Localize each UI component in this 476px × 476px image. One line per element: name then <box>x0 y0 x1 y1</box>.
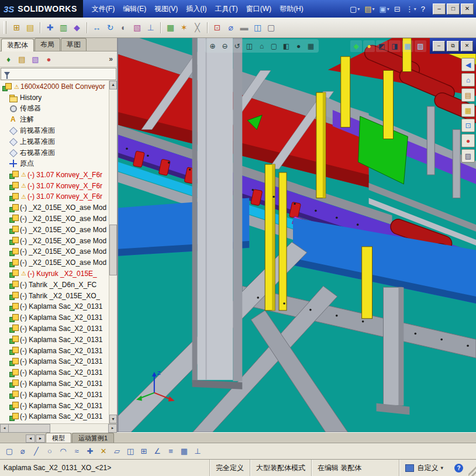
display-style-icon[interactable]: ▢ <box>268 40 280 51</box>
menu-item[interactable]: 文件(F) <box>88 3 119 15</box>
task-pane-expand-icon[interactable]: ◀ <box>461 58 475 71</box>
mate-icon[interactable]: ✚ <box>43 21 57 35</box>
save-icon[interactable]: ▣ ▾ <box>377 2 392 15</box>
panel-tab[interactable]: 草图 <box>61 38 87 51</box>
tab-scroll-right-icon[interactable]: ▸ <box>36 434 45 443</box>
component-filter[interactable] <box>1 68 116 80</box>
camera-icon[interactable]: ▨ <box>415 40 426 52</box>
displaymanager-icon[interactable]: ● <box>42 53 56 65</box>
custom-dropdown[interactable]: 自定义 ▾ <box>399 460 449 476</box>
bill-of-materials-icon[interactable]: ▦ <box>164 21 177 35</box>
tree-item[interactable]: 1600x42000 Belt Conveyor <box>0 81 109 92</box>
tree-item[interactable]: (-) Kaplama Sac_X2_0131 <box>0 367 109 378</box>
tab-scroll-left-icon[interactable]: ◂ <box>26 434 35 443</box>
apply-scene-icon[interactable]: ◆ <box>350 40 362 52</box>
resize-grip[interactable] <box>468 460 476 476</box>
smart-fasteners-icon[interactable]: ◆ <box>70 21 84 35</box>
featuremanager-tree-icon[interactable]: ♦ <box>2 53 15 65</box>
grid-icon[interactable]: ▦ <box>178 445 191 458</box>
show-hidden-icon[interactable]: ◐ <box>117 21 130 35</box>
scroll-up-icon[interactable] <box>109 81 117 89</box>
tree-item[interactable]: (-) _X2_015E_XO_ase Mod <box>0 224 109 235</box>
propertymanager-icon[interactable]: ▤ <box>15 53 29 65</box>
tree-item[interactable]: (-) Tahrik _X2_015E_XO_ <box>0 290 109 301</box>
tree-item[interactable]: (-) Kuyruk _X2_015E_ <box>0 268 109 280</box>
pattern-icon[interactable]: ⊞ <box>137 445 150 458</box>
menu-item[interactable]: 编辑(E) <box>119 3 150 15</box>
custom-properties-icon[interactable]: ▨ <box>461 149 475 163</box>
realview-icon[interactable]: ● <box>363 40 375 52</box>
tree-item[interactable]: (-) _X2_015E_XO_ase Mod <box>0 202 109 213</box>
view-settings-icon[interactable]: ▢ <box>264 21 278 35</box>
explode-line-icon[interactable]: ╳ <box>191 21 204 35</box>
close-button[interactable]: ✕ <box>461 4 474 15</box>
toolbar-grip[interactable] <box>4 21 6 34</box>
perspective-icon[interactable]: ▦ <box>402 40 413 52</box>
menu-item[interactable]: 插入(I) <box>182 3 211 15</box>
options-icon[interactable]: ⋮ ▾ <box>403 2 419 15</box>
tree-vertical-scrollbar[interactable] <box>109 81 117 423</box>
select-icon[interactable]: ▢ <box>3 445 16 458</box>
section-view-icon[interactable]: ◫ <box>244 40 255 51</box>
rotate-component-icon[interactable]: ↻ <box>104 21 117 35</box>
design-library-icon[interactable]: ▤ <box>461 88 475 102</box>
scroll-right-icon[interactable]: ▸ <box>108 424 117 433</box>
tree-item[interactable]: 注解 <box>0 114 109 125</box>
tree-item[interactable]: (-) Kaplama Sac_X2_0131 <box>0 378 109 389</box>
tree-item[interactable]: (-) _X2_015E_XO_ase Mod <box>0 213 109 225</box>
scroll-thumb[interactable] <box>109 225 117 275</box>
menu-item[interactable]: 工具(T) <box>211 3 242 15</box>
section-view-icon[interactable]: ◫ <box>251 21 264 35</box>
view-palette-icon[interactable]: ⊡ <box>461 119 475 132</box>
tree-item[interactable]: 前视基准面 <box>0 125 109 136</box>
measure-icon[interactable]: ⌀ <box>224 21 237 35</box>
tree-item[interactable]: History <box>0 92 109 104</box>
tree-item[interactable]: 右视基准面 <box>0 147 109 158</box>
open-part-icon[interactable]: ▤ <box>23 21 37 35</box>
doc-close-button[interactable]: ✕ <box>461 41 473 51</box>
new-document-icon[interactable]: ▢ ▾ <box>347 2 362 15</box>
scroll-down-icon[interactable] <box>109 415 117 423</box>
panel-tab[interactable]: 装配体 <box>1 39 34 51</box>
relations-icon[interactable]: ≡ <box>164 445 177 458</box>
document-tab[interactable]: 模型 <box>46 433 71 443</box>
tree-item[interactable]: (-) _X2_015E_XO_ase Mod <box>0 246 109 257</box>
scroll-thumb[interactable] <box>8 424 50 433</box>
maximize-button[interactable]: □ <box>447 4 460 15</box>
menu-item[interactable]: 帮助(H) <box>275 3 308 15</box>
document-tab[interactable]: 运动算例1 <box>72 433 114 443</box>
shadows-icon[interactable]: ◩ <box>376 40 388 52</box>
angle-icon[interactable]: ∠ <box>151 445 164 458</box>
ambient-occlusion-icon[interactable]: ◨ <box>389 40 401 52</box>
view-orientation-icon[interactable]: ⌂ <box>256 40 267 51</box>
scroll-left-icon[interactable]: ◂ <box>0 424 9 433</box>
print-icon[interactable]: ⊟ <box>392 2 403 15</box>
tree-item[interactable]: (-) Kaplama Sac_X2_0131 <box>0 334 109 345</box>
minimize-button[interactable]: – <box>433 4 446 15</box>
tree-item[interactable]: (-) Kaplama Sac_X2_0131 <box>0 411 109 422</box>
scene-icon[interactable]: ▦ <box>305 40 316 51</box>
tree-item[interactable]: (-) Kaplama Sac_X2_0131 <box>0 301 109 312</box>
panel-tab[interactable]: 布局 <box>35 38 60 51</box>
tree-item[interactable]: 上视基准面 <box>0 136 109 147</box>
resources-icon[interactable]: ⌂ <box>461 73 475 87</box>
exploded-view-icon[interactable]: ✶ <box>177 21 191 35</box>
appearance-icon[interactable]: ● <box>293 40 304 51</box>
help-icon[interactable]: ? <box>419 2 428 15</box>
tree-item[interactable]: (-) Kaplama Sac_X2_0131 <box>0 323 109 334</box>
tree-horizontal-scrollbar[interactable]: ◂ ▸ <box>0 423 117 432</box>
zoom-area-icon[interactable]: ⊖ <box>219 40 230 51</box>
tree-item[interactable]: (-) Tahrik _X_D6n_X_FC <box>0 279 109 290</box>
assembly-features-icon[interactable]: ▧ <box>130 21 144 35</box>
open-icon[interactable]: ▤ ▾ <box>362 2 377 15</box>
mirror-icon[interactable]: ◫ <box>124 445 137 458</box>
tree-item[interactable]: (-) Kaplama Sac_X2_0131 <box>0 400 109 411</box>
panel-chevron[interactable]: » <box>109 55 115 63</box>
hide-show-items-icon[interactable]: ◧ <box>281 40 292 51</box>
anchor-icon[interactable]: ⊥ <box>191 445 204 458</box>
tree-item[interactable]: (-) 31.07 Konvey_X_F6r <box>0 180 109 191</box>
move-component-icon[interactable]: ↔ <box>90 21 104 35</box>
menu-item[interactable]: 窗口(W) <box>242 3 275 15</box>
graphics-area[interactable]: Z ⊕⊖↺◫⌂▢◧●▦ ◆ ● ◩ ◨ ▦ <box>118 38 476 432</box>
tree-item[interactable]: (-) Kaplama Sac_X2_0131 <box>0 389 109 400</box>
